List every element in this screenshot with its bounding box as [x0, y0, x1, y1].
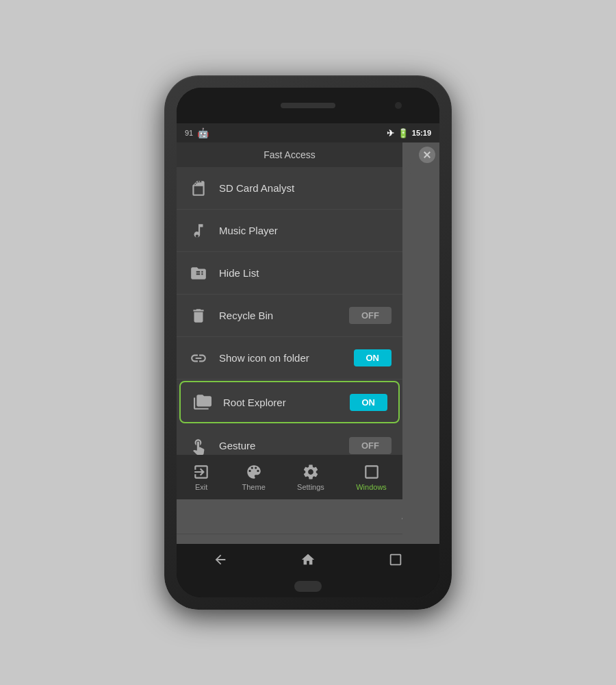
windows-label: Windows — [356, 483, 387, 491]
menu-item-music[interactable]: Music Player — [177, 210, 402, 252]
menu-item-recycle-bin[interactable]: Recycle Bin OFF — [177, 295, 402, 337]
phone-device: 91 🤖 ✈ 🔋 15:19 /04/2015 /07/2013 — [164, 75, 452, 610]
theme-button[interactable]: Theme — [242, 463, 266, 491]
recents-button[interactable] — [383, 547, 408, 572]
battery-icon: 🔋 — [398, 128, 409, 138]
root-explorer-label: Root Explorer — [223, 397, 340, 408]
android-icon: 🤖 — [197, 127, 209, 138]
close-button[interactable] — [419, 147, 435, 163]
music-icon — [188, 220, 209, 242]
settings-label: Settings — [297, 483, 324, 491]
status-left: 91 🤖 — [185, 127, 209, 138]
airplane-icon: ✈ — [387, 128, 394, 138]
speaker-grill — [281, 103, 335, 108]
menu-items-list: SD Card Analyst Music Player — [177, 167, 402, 499]
menu-item-sd-card[interactable]: SD Card Analyst — [177, 167, 402, 210]
show-icon-label: Show icon on folder — [219, 352, 344, 364]
recycle-bin-icon — [188, 305, 209, 327]
front-camera — [395, 102, 402, 109]
settings-button[interactable]: Settings — [297, 463, 324, 491]
exit-button[interactable]: Exit — [192, 463, 210, 491]
gesture-icon — [188, 435, 209, 457]
bottom-bezel — [177, 575, 439, 597]
menu-item-show-icon[interactable]: Show icon on folder ON — [177, 337, 402, 379]
gesture-toggle[interactable]: OFF — [349, 437, 392, 454]
root-explorer-icon — [192, 391, 214, 413]
hide-list-icon — [188, 262, 209, 284]
status-bar: 91 🤖 ✈ 🔋 15:19 — [177, 123, 439, 142]
phone-screen: 91 🤖 ✈ 🔋 15:19 /04/2015 /07/2013 — [177, 88, 439, 597]
menu-item-root-explorer[interactable]: Root Explorer ON — [179, 381, 400, 423]
recycle-bin-label: Recycle Bin — [219, 310, 339, 321]
right-panel — [402, 142, 439, 544]
android-nav-bar — [177, 544, 439, 575]
exit-label: Exit — [195, 483, 207, 491]
screen-area: 91 🤖 ✈ 🔋 15:19 /04/2015 /07/2013 — [177, 123, 439, 575]
music-label: Music Player — [219, 225, 392, 236]
fast-access-panel: Fast Access SD Card Analyst — [177, 142, 402, 499]
gesture-label: Gesture — [219, 440, 339, 451]
theme-label: Theme — [242, 483, 266, 491]
sd-card-label: SD Card Analyst — [219, 182, 392, 194]
menu-item-hide-list[interactable]: Hide List — [177, 252, 402, 295]
screen-content: /04/2015 /07/2013 /09/2014 /04/2014 /01/… — [177, 142, 439, 544]
show-icon-toggle[interactable]: ON — [354, 349, 392, 366]
back-button[interactable] — [208, 547, 233, 572]
bottom-bar: Exit Theme Settings — [177, 455, 402, 499]
physical-home-button[interactable] — [294, 581, 322, 592]
hide-list-label: Hide List — [219, 267, 392, 279]
signal-strength: 91 — [185, 129, 193, 137]
time-display: 15:19 — [412, 129, 431, 137]
root-explorer-toggle[interactable]: ON — [350, 394, 388, 411]
status-right: ✈ 🔋 15:19 — [387, 128, 431, 138]
windows-button[interactable]: Windows — [356, 463, 387, 491]
top-bezel — [177, 88, 439, 123]
bg-item-11: /08/2014 — [177, 499, 439, 534]
home-button[interactable] — [296, 547, 320, 572]
sd-card-icon — [188, 177, 209, 199]
show-icon-icon — [188, 347, 209, 369]
panel-arrow — [405, 163, 411, 174]
panel-title: Fast Access — [177, 142, 402, 167]
recycle-bin-toggle[interactable]: OFF — [349, 307, 392, 324]
